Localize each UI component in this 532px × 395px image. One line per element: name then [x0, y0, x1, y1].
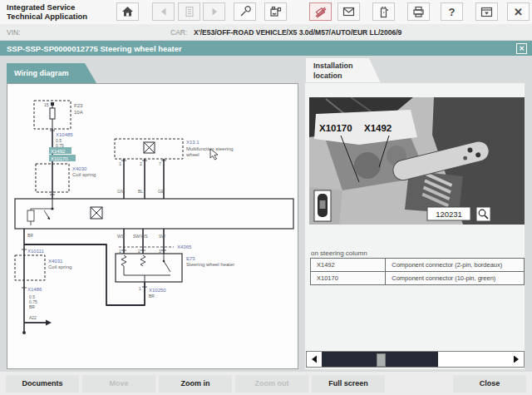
pin-number: 7: [159, 161, 161, 166]
vehicle-interface-button[interactable]: [309, 2, 332, 21]
steering-wheel-heater-box: [116, 254, 182, 282]
connector-desc-cell[interactable]: Component connector (10-pin, green): [386, 272, 525, 285]
ista-window: { "header": { "app_title_1": "Integrated…: [0, 0, 532, 395]
pin-number: 2: [140, 161, 142, 166]
wiring-diagram: 15 F23 10A X10485 0.5 0.75 X1492 X10170 …: [7, 84, 298, 368]
coil-spring-box-2: [15, 255, 45, 280]
measuring-device-icon: [269, 6, 282, 17]
table-row[interactable]: X10170 Component connector (10-pin, gree…: [311, 272, 525, 285]
wire-color: GN: [117, 189, 124, 194]
printer-icon: [412, 6, 425, 17]
close-application-button[interactable]: ✕: [507, 2, 530, 21]
wire-color: SW/WS: [133, 234, 148, 239]
wire-spec: 0.75: [56, 143, 64, 148]
zoom-out-button: Zoom out: [235, 375, 308, 393]
table-row[interactable]: X1492 Component connector (2-pin, bordea…: [311, 259, 525, 272]
scroll-right-icon: [513, 355, 520, 363]
forward-button: [203, 2, 225, 21]
wire-color: SW: [159, 234, 165, 239]
connector-desc-cell[interactable]: Component connector (2-pin, bordeaux): [386, 259, 525, 272]
car-label: CAR:: [170, 28, 187, 37]
wire-spec: BR: [29, 304, 35, 309]
image-number: 120231: [436, 210, 462, 219]
highlight-label-x10170[interactable]: X10170: [51, 156, 68, 161]
component-name: wheel: [185, 152, 200, 157]
measurement-button[interactable]: [372, 2, 395, 21]
connector-id-cell[interactable]: X10170: [311, 272, 386, 285]
scrollbar-thumb[interactable]: [377, 353, 386, 367]
document-close-button[interactable]: ✕: [516, 43, 527, 54]
pin-number: 1: [119, 249, 121, 254]
connector-link[interactable]: X4365: [177, 244, 192, 249]
pin-number: 1: [139, 286, 141, 291]
fuse-pin: 15: [44, 102, 49, 107]
footer-button-bar: Documents Move Zoom in Zoom out Full scr…: [0, 372, 532, 395]
envelope-icon: [342, 7, 355, 17]
component-name: Coil spring: [72, 172, 96, 177]
zoom-in-button[interactable]: Zoom in: [159, 375, 232, 393]
service-functions-button[interactable]: [234, 2, 256, 21]
photo-label-x1492: X1492: [364, 123, 392, 133]
battery-icon: [378, 6, 389, 18]
home-button[interactable]: [116, 2, 139, 21]
scroll-left-button[interactable]: [307, 352, 322, 367]
connector-id-cell[interactable]: X1492: [311, 259, 386, 272]
app-title-line1: Integrated Service: [7, 2, 87, 12]
scroll-right-button[interactable]: [509, 352, 524, 367]
car-value: X'/E53/OFF-ROAD VEHICLE/X5 3.0d/M57/AUTO…: [194, 28, 401, 37]
fuse-name: F23: [74, 103, 83, 108]
print-button[interactable]: [407, 2, 430, 21]
close-button[interactable]: Close: [453, 375, 526, 393]
tab-wiring-diagram[interactable]: Wiring diagram: [7, 63, 96, 83]
document-title-bar: SSP-SSP-SP0000012775 Steering wheel heat…: [0, 41, 532, 56]
control-unit-box: [15, 199, 293, 229]
horizontal-scrollbar[interactable]: [306, 351, 525, 368]
component-link[interactable]: E73: [186, 256, 195, 261]
tab-installation-location[interactable]: Installation location: [306, 58, 381, 83]
installation-location-panel: X10170 X1492 120231 on steering column X…: [304, 82, 525, 370]
connector-link[interactable]: X4030: [72, 166, 87, 171]
image-number-box: 120231: [427, 207, 470, 220]
wiring-diagram-canvas[interactable]: 15 F23 10A X10485 0.5 0.75 X1492 X10170 …: [7, 83, 298, 369]
documents-button[interactable]: Documents: [6, 375, 79, 393]
ground-point-label: A22: [29, 315, 37, 320]
forward-arrow-icon: [209, 7, 219, 17]
scrollbar-fill[interactable]: [322, 352, 438, 367]
wire-color: GE: [158, 189, 165, 194]
car-position-icon: [314, 190, 331, 221]
full-screen-button[interactable]: Full screen: [312, 375, 385, 393]
vin-label: VIN:: [7, 28, 21, 37]
connector-table: X1492 Component connector (2-pin, bordea…: [310, 258, 525, 285]
app-title-line2: Technical Application: [7, 12, 87, 21]
messages-button[interactable]: [337, 2, 360, 21]
connector-link[interactable]: X10250: [149, 288, 166, 293]
fuse-rating: 10A: [74, 110, 83, 115]
full-screen-toggle-button[interactable]: [475, 2, 498, 21]
wrench-icon: [239, 6, 251, 17]
document-title: SSP-SSP-SP0000012775 Steering wheel heat…: [7, 44, 182, 53]
connector-link[interactable]: X10485: [56, 132, 73, 137]
installation-tab-line2: location: [313, 71, 381, 81]
connector-link[interactable]: X13.1: [186, 140, 200, 145]
highlight-label-x1492[interactable]: X1492: [51, 149, 66, 154]
connector-link[interactable]: X1486: [27, 287, 42, 292]
wire-color: BR: [27, 233, 33, 238]
measuring-devices-button[interactable]: [264, 2, 287, 21]
wire-color: WS: [117, 234, 125, 239]
connector-link[interactable]: X4031: [48, 259, 63, 264]
connector-link[interactable]: X10111: [27, 249, 44, 254]
vehicle-bar: VIN: CAR: X'/E53/OFF-ROAD VEHICLE/X5 3.0…: [0, 24, 532, 41]
table-caption: on steering column: [311, 249, 367, 257]
app-title: Integrated Service Technical Application: [7, 2, 87, 21]
pin-number: 2: [138, 249, 140, 254]
magnifier-button[interactable]: [476, 207, 490, 221]
wire-color: BL: [138, 189, 143, 194]
window-minimize-icon: [480, 7, 493, 17]
home-icon: [121, 6, 134, 17]
installation-tab-line1: Installation: [313, 61, 381, 71]
back-button: [152, 2, 175, 21]
app-header: Integrated Service Technical Application…: [0, 0, 532, 25]
wire-color: BR: [149, 294, 155, 299]
installation-photo[interactable]: X10170 X1492 120231: [309, 97, 525, 225]
help-button[interactable]: ?: [441, 2, 463, 21]
